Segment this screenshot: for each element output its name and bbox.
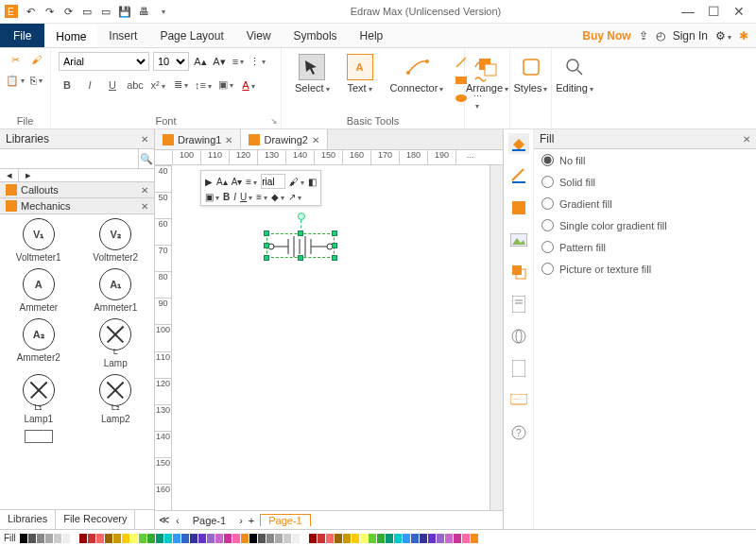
refresh-icon[interactable]: ⟳	[60, 4, 76, 19]
fill-option-solid[interactable]: Solid fill	[534, 171, 756, 193]
mini-align-icon[interactable]: ≡	[246, 177, 257, 187]
fill-option-single-gradient[interactable]: Single color gradient fill	[534, 214, 756, 236]
mini-eraser-icon[interactable]: ◧	[308, 177, 317, 187]
shape-blank[interactable]	[10, 430, 67, 443]
clipboard-icon[interactable]: 📋	[8, 73, 23, 88]
shape-ammeter2[interactable]: A₂Ammeter2	[10, 318, 67, 368]
font-color-icon[interactable]: A	[240, 79, 257, 91]
highlight-icon[interactable]: ▣	[217, 78, 234, 91]
library-section-mechanics[interactable]: Mechanics	[0, 198, 154, 214]
library-next-icon[interactable]: ▸	[19, 169, 38, 181]
undo-icon[interactable]: ↶	[23, 4, 38, 19]
menu-symbols[interactable]: Symbols	[283, 24, 349, 47]
signin-link[interactable]: Sign In	[673, 29, 708, 43]
line-spacing-icon[interactable]: ↕≡	[195, 79, 212, 91]
mini-shape-fill-icon[interactable]: ◆	[271, 192, 284, 202]
fill-option-picture[interactable]: Picture or texture fill	[534, 258, 756, 280]
open-icon[interactable]: ▭	[98, 4, 113, 19]
paste-icon[interactable]: ✂	[8, 52, 23, 67]
rotation-handle[interactable]	[298, 213, 305, 220]
format-painter-icon[interactable]: 🖌	[28, 52, 43, 67]
hyperlink-icon[interactable]	[508, 326, 529, 347]
font-name-select[interactable]: Arial	[59, 52, 149, 71]
spacing-icon[interactable]: ⋮	[249, 54, 265, 69]
mini-italic-icon[interactable]: I	[233, 192, 236, 202]
bold-icon[interactable]: B	[59, 79, 76, 91]
fill-option-gradient[interactable]: Gradient fill	[534, 193, 756, 214]
maximize-icon[interactable]: ☐	[708, 4, 720, 19]
layer-icon[interactable]	[508, 262, 529, 282]
align-icon[interactable]: ≡	[231, 54, 246, 69]
library-search-button[interactable]: 🔍	[138, 149, 154, 168]
menu-file[interactable]: File	[0, 24, 44, 47]
mini-brush-icon[interactable]: 🖌	[289, 177, 304, 187]
feedback-icon[interactable]: ◴	[656, 29, 665, 43]
comment-icon[interactable]: ···	[508, 390, 529, 411]
shrink-font-icon[interactable]: A▾	[212, 54, 227, 69]
super-sub-icon[interactable]: x²	[149, 79, 166, 91]
grow-font-icon[interactable]: A▴	[193, 54, 208, 69]
shadow-icon[interactable]	[508, 197, 529, 218]
page-first-icon[interactable]: ≪	[159, 514, 170, 526]
shape-lamp1[interactable]: L₁Lamp1	[10, 374, 67, 424]
minimize-icon[interactable]: —	[681, 4, 695, 19]
menu-home[interactable]: Home	[44, 24, 97, 47]
share-icon[interactable]: ⇪	[639, 29, 648, 43]
underline-icon[interactable]: U	[104, 79, 121, 91]
library-section-callouts[interactable]: Callouts	[0, 182, 154, 198]
qat-more-icon[interactable]	[155, 4, 170, 19]
tab-close-icon[interactable]	[312, 134, 319, 145]
close-icon[interactable]: ✕	[733, 4, 745, 19]
print-icon[interactable]: 🖶	[136, 4, 151, 19]
library-search-input[interactable]	[0, 149, 138, 168]
mini-grow-font-icon[interactable]: A▴	[216, 177, 228, 187]
mini-underline-icon[interactable]: U	[240, 192, 252, 202]
fill-option-none[interactable]: No fill	[534, 149, 756, 171]
attachment-icon[interactable]	[508, 358, 529, 379]
fill-option-pattern[interactable]: Pattern fill	[534, 236, 756, 258]
tab-close-icon[interactable]	[225, 134, 232, 145]
mini-fill-icon[interactable]: ▣	[205, 192, 219, 202]
shape-voltmeter1[interactable]: V₁Voltmeter1	[10, 218, 67, 263]
shape-voltmeter2[interactable]: V₂Voltmeter2	[87, 218, 144, 263]
gear-icon[interactable]: ⚙	[715, 29, 731, 43]
libraries-close-icon[interactable]	[141, 132, 148, 145]
menu-help[interactable]: Help	[349, 24, 395, 47]
page-tab-left[interactable]: Page-1	[185, 515, 233, 526]
mini-line-icon[interactable]: ≡	[256, 192, 267, 202]
mini-font-input[interactable]	[261, 174, 285, 189]
strike-icon[interactable]: abc	[127, 79, 144, 91]
fill-bucket-icon[interactable]	[508, 133, 529, 154]
buy-now-link[interactable]: Buy Now	[582, 29, 630, 43]
drawing-canvas[interactable]: ▶ A▴ A▾ ≡ 🖌 ◧ ▣ B I U ≡ ◆	[172, 165, 490, 510]
shape-lamp[interactable]: LLamp	[87, 318, 144, 368]
italic-icon[interactable]: I	[81, 79, 98, 91]
styles-button[interactable]: Styles	[518, 52, 543, 95]
app-icon[interactable]: E	[4, 4, 19, 19]
menu-insert[interactable]: Insert	[97, 24, 148, 47]
menu-page-layout[interactable]: Page Layout	[148, 24, 234, 47]
page-tab-right[interactable]: Page-1	[260, 514, 310, 526]
logo-icon[interactable]: ✱	[739, 29, 748, 43]
tab-file-recovery[interactable]: File Recovery	[56, 510, 135, 529]
bullets-icon[interactable]: ≣	[172, 78, 189, 91]
new-icon[interactable]: ▭	[79, 4, 94, 19]
redo-icon[interactable]: ↷	[42, 4, 57, 19]
copy-icon[interactable]: ⎘	[28, 73, 43, 88]
mini-shrink-font-icon[interactable]: A▾	[232, 177, 243, 187]
help-icon[interactable]: ?	[508, 422, 529, 443]
tab-drawing1[interactable]: Drawing1	[155, 129, 241, 149]
page-prev-icon[interactable]: ‹	[176, 515, 180, 526]
text-tool[interactable]: A Text	[341, 52, 379, 95]
mini-connector-icon[interactable]: ↗	[288, 192, 301, 202]
shape-lamp2[interactable]: L₂Lamp2	[87, 374, 144, 424]
editing-button[interactable]: Editing	[559, 52, 590, 95]
page-props-icon[interactable]	[508, 294, 529, 315]
shape-ammeter1[interactable]: A₁Ammeter1	[87, 268, 144, 313]
selected-shape[interactable]	[266, 233, 335, 258]
line-style-icon[interactable]	[508, 165, 529, 186]
tab-libraries[interactable]: Libraries	[0, 510, 56, 529]
mini-select-icon[interactable]: ▶	[205, 177, 213, 187]
arrange-button[interactable]: Arrange	[472, 52, 502, 95]
font-dialog-launcher[interactable]: ↘	[270, 116, 278, 126]
